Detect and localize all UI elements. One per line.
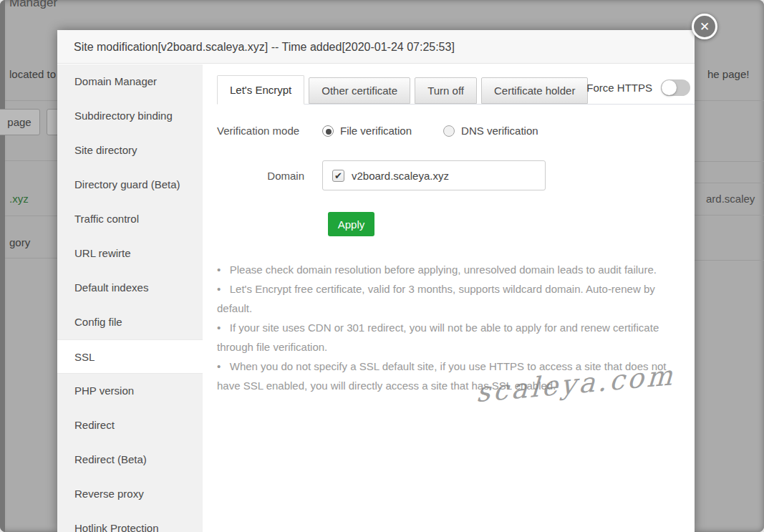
background-divider — [5, 160, 57, 161]
domain-row: Domain ✔ v2board.scaleya.xyz — [217, 160, 695, 190]
sidebar-item[interactable]: Reverse proxy — [57, 477, 203, 511]
ssl-tab[interactable]: Let's Encrypt — [217, 75, 304, 105]
background-gory-text: gory — [9, 236, 30, 248]
sidebar-item[interactable]: Hotlink Protection — [57, 511, 203, 532]
note-item: When you do not specify a SSL default si… — [217, 357, 686, 395]
sidebar-item[interactable]: Redirect — [57, 408, 203, 442]
apply-button[interactable]: Apply — [328, 212, 374, 236]
verification-mode-row: Verification mode File verification DNS … — [217, 125, 695, 137]
sidebar-item[interactable]: Site directory — [57, 133, 203, 168]
background-divider — [5, 100, 57, 101]
background-divider — [695, 215, 764, 216]
note-item: If your site uses CDN or 301 redirect, y… — [217, 318, 686, 357]
ssl-panel: Let's EncryptOther certificateTurn offCe… — [203, 64, 695, 532]
ssl-tab[interactable]: Certificate holder — [481, 77, 588, 104]
background-located-text: located to — [9, 68, 56, 80]
verification-radio-option[interactable]: File verification — [322, 125, 412, 137]
background-divider — [695, 100, 764, 101]
domain-label: Domain — [217, 170, 322, 182]
radio-icon — [443, 125, 455, 137]
sidebar-item[interactable]: Traffic control — [57, 202, 203, 236]
window: Manager located to he page! page D .xyz … — [0, 0, 764, 532]
verification-options: File verification DNS verification — [322, 125, 538, 137]
background-page-button[interactable]: page — [0, 109, 40, 135]
background-divider — [695, 183, 764, 183]
background-divider — [695, 260, 764, 261]
background-scaley-text: ard.scaley — [706, 193, 755, 205]
background-divider — [5, 258, 57, 258]
verification-mode-label: Verification mode — [217, 125, 322, 137]
background-page-text: he page! — [707, 68, 749, 80]
background-page-left-edge — [0, 0, 5, 532]
sidebar-item[interactable]: Domain Manager — [57, 64, 203, 99]
background-xyz-link[interactable]: .xyz — [9, 193, 29, 205]
sidebar-item[interactable]: Config file — [57, 305, 203, 339]
ssl-tab[interactable]: Turn off — [415, 77, 477, 104]
radio-label: DNS verification — [461, 125, 538, 137]
site-modification-dialog: Site modification[v2board.scaleya.xyz] -… — [57, 30, 695, 532]
sidebar-item[interactable]: PHP version — [57, 374, 203, 408]
ssl-tabs: Let's EncryptOther certificateTurn offCe… — [217, 75, 695, 105]
background-manager-title: Manager — [9, 0, 57, 10]
sidebar-item[interactable]: URL rewirte — [57, 236, 203, 271]
ssl-notes: Please check domain resolution before ap… — [217, 260, 686, 395]
sidebar-item[interactable]: Directory guard (Beta) — [57, 168, 203, 202]
background-divider — [695, 161, 764, 162]
radio-icon — [322, 125, 334, 137]
sidebar-item[interactable]: SSL — [57, 339, 203, 374]
close-icon[interactable]: ✕ — [692, 14, 717, 39]
note-item: Please check domain resolution before ap… — [217, 260, 686, 279]
toggle-knob — [662, 80, 677, 95]
force-https-toggle[interactable] — [661, 79, 690, 96]
domain-select-box[interactable]: ✔ v2board.scaleya.xyz — [322, 160, 546, 190]
background-divider — [5, 216, 57, 216]
ssl-tab[interactable]: Other certificate — [309, 77, 410, 104]
sidebar-item[interactable]: Subdirectory binding — [57, 99, 203, 133]
domain-value: v2board.scaleya.xyz — [352, 170, 449, 182]
note-item: Let's Encrypt free certificate, valid fo… — [217, 279, 686, 318]
sidebar-item[interactable]: Redirect (Beta) — [57, 442, 203, 477]
radio-label: File verification — [340, 125, 412, 137]
force-https-label: Force HTTPS — [586, 82, 652, 94]
verification-radio-option[interactable]: DNS verification — [443, 125, 538, 137]
sidebar-item[interactable]: Default indexes — [57, 271, 203, 305]
domain-checkbox-checked[interactable]: ✔ — [332, 170, 344, 182]
tab-list: Let's EncryptOther certificateTurn offCe… — [217, 75, 592, 104]
dialog-sidebar: Domain ManagerSubdirectory bindingSite d… — [57, 64, 203, 532]
dialog-title: Site modification[v2board.scaleya.xyz] -… — [57, 30, 695, 64]
force-https-control: Force HTTPS — [586, 79, 690, 96]
